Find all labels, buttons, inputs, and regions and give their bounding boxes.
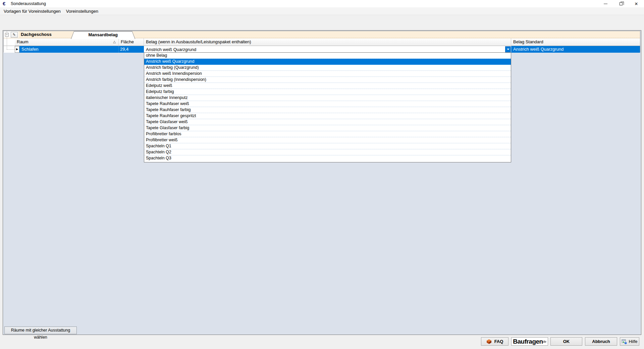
edit-pencil-icon[interactable]: ✎ [11,32,18,38]
dropdown-option-anstrich-weiß-quarzgrund[interactable]: Anstrich weiß Quarzgrund [144,59,511,65]
tree-line-vertical [7,31,7,49]
cell-belag-standard[interactable]: Anstrich weiß Quarzgrund [511,46,640,53]
dropdown-option-anstrich-farbig-quarzgrund[interactable]: Anstrich farbig (Quarzgrund) [144,65,511,71]
column-header-belag[interactable]: Belag (wenn in Ausbaustufe/Leistungspake… [144,38,511,46]
window-title: Sonderausstattung [11,1,46,6]
help-label: Hilfe [629,339,637,344]
row-indicator[interactable]: ▶ [15,46,19,53]
menu-vorlagen[interactable]: Vorlagen für Voreinstellungen [1,8,63,15]
dropdown-option-tapete-glasfaser-farbig[interactable]: Tapete Glasfaser farbig [144,125,511,131]
cell-flaeche[interactable]: 29,4 [119,46,144,53]
chevron-down-icon [507,49,509,50]
dropdown-option-tapete-rauhfaser-gespritzt[interactable]: Tapete Rauhfaser gespritzt [144,113,511,119]
faq-cube-icon [486,339,492,344]
tab-label: Mansardbelag [71,31,135,39]
dropdown-option-ohne-belag[interactable]: ohne Belag [144,53,511,59]
column-header-raum-label: Raum [17,39,29,44]
help-icon: ? [622,339,627,344]
dialog-window: € Sonderausstattung ✕ Vorlagen für Vorei… [0,0,644,349]
faq-label: FAQ [494,339,503,344]
tree-line-horizontal [7,49,15,50]
cell-raum[interactable]: Schlafen [19,46,119,53]
dropdown-option-tapete-glasfaser-weiß[interactable]: Tapete Glasfaser weiß [144,119,511,125]
tab-zone: Deckenbelag Mansardbelag Schornsteine Ma… [0,15,644,30]
dropdown-option-tapete-rauhfaser-farbig[interactable]: Tapete Rauhfaser farbig [144,107,511,113]
baufragen-logo: Baufragen [513,338,543,345]
dropdown-option-anstrich-farbig-innendispersion[interactable]: Anstrich farbig (Innendispersion) [144,77,511,83]
svg-text:?: ? [625,342,626,344]
window-controls: ✕ [598,0,644,7]
dropdown-option-anstrich-weiß-innendispersion[interactable]: Anstrich weiß Innendispersion [144,71,511,77]
menubar: Vorlagen für Voreinstellungen Voreinstel… [0,7,644,15]
faq-button[interactable]: FAQ [481,337,508,346]
ok-button[interactable]: OK [550,337,582,346]
combo-dropdown-button[interactable] [505,46,511,52]
baufragen-logo-button[interactable]: Baufragende [511,337,548,346]
tab-mansardbelag[interactable]: Mansardbelag [71,31,135,39]
sort-asc-icon: △ [113,38,116,46]
cancel-button[interactable]: Abbruch [585,337,617,346]
belag-dropdown-list: ohne BelagAnstrich weiß QuarzgrundAnstri… [144,52,511,162]
restore-button[interactable] [613,0,629,7]
minimize-button[interactable] [598,0,613,7]
column-header-raum[interactable]: Raum △ [15,38,119,46]
app-euro-icon: € [3,0,8,7]
row-tree-gutter [4,46,15,53]
table-row: ▶ Schlafen 29,4 Anstrich weiß Quarzgrund… [4,46,640,53]
belag-combo-editor[interactable]: Anstrich weiß Quarzgrund [144,46,511,53]
header-gutter [4,38,15,46]
combo-value: Anstrich weiß Quarzgrund [144,46,505,53]
restore-icon [620,2,623,5]
dropdown-option-tapete-rauhfaser-weiß[interactable]: Tapete Rauhfaser weiß [144,101,511,107]
baufragen-logo-suffix: de [543,340,546,343]
dropdown-option-edelputz-weiß[interactable]: Edelputz weiß [144,83,511,89]
help-button[interactable]: ? Hilfe [620,337,639,346]
column-header-flaeche[interactable]: Fläche [119,38,144,46]
select-rooms-button[interactable]: Räume mit gleicher Ausstattung wählen [4,327,77,334]
dropdown-option-italienischer-innenputz[interactable]: italienischer Innenputz [144,95,511,101]
column-header-row: Raum △ Fläche Belag (wenn in Ausbaustufe… [4,38,640,46]
dropdown-option-profilbretter-farblos[interactable]: Profilbretter farblos [144,131,511,137]
pencil-cell: ✎ [10,31,18,38]
dropdown-option-spachteln-q3[interactable]: Spachteln Q3 [144,155,511,161]
titlebar: € Sonderausstattung ✕ [0,0,644,7]
dropdown-option-edelputz-farbig[interactable]: Edelputz farbig [144,89,511,95]
dropdown-option-profilbretter-weiß[interactable]: Profilbretter weiß [144,137,511,143]
close-button[interactable]: ✕ [629,0,644,7]
column-header-belag-standard[interactable]: Belag Standard [511,38,640,46]
dropdown-option-spachteln-q1[interactable]: Spachteln Q1 [144,143,511,149]
dropdown-option-spachteln-q2[interactable]: Spachteln Q2 [144,149,511,155]
close-icon: ✕ [635,2,638,6]
bottom-bar: FAQ Baufragende OK Abbruch ? Hilfe [0,335,644,349]
menu-voreinstellungen[interactable]: Voreinstellungen [63,8,101,15]
minimize-icon [604,4,607,4]
